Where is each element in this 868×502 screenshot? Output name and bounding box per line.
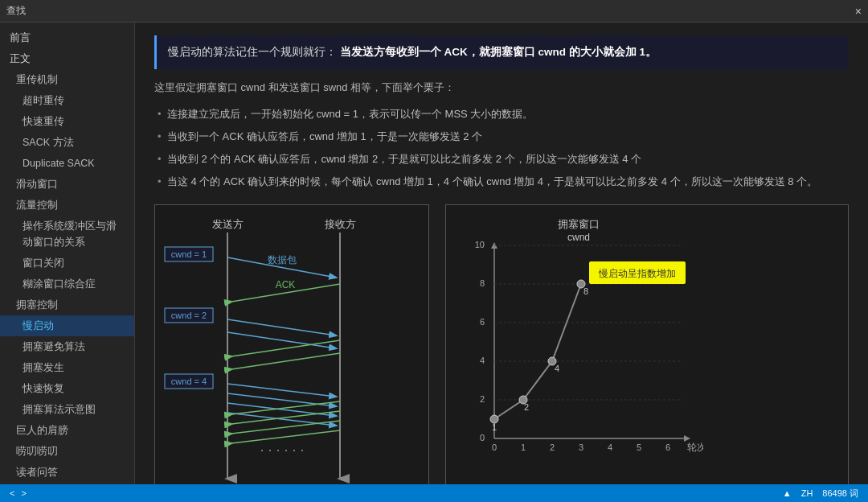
nav-prev[interactable]: < <box>10 488 14 498</box>
svg-text:· · · · · ·: · · · · · · <box>260 442 304 458</box>
sidebar-item[interactable]: 流量控制 <box>0 195 134 216</box>
svg-text:ACK: ACK <box>276 279 296 290</box>
svg-text:1: 1 <box>492 422 497 432</box>
sidebar-item[interactable]: 唠叨唠叨 <box>0 441 134 462</box>
sidebar-item[interactable]: 慢启动 <box>0 315 134 336</box>
svg-text:2: 2 <box>550 442 555 452</box>
diagram-container: 发送方 接收方 <box>154 204 849 484</box>
svg-text:数据包: 数据包 <box>268 254 297 265</box>
sidebar-item[interactable]: 快速重传 <box>0 111 134 132</box>
sidebar-item[interactable]: 糊涂窗口综合症 <box>0 274 134 294</box>
svg-text:4: 4 <box>480 356 485 365</box>
sidebar-item[interactable]: 重传机制 <box>0 69 134 90</box>
svg-text:8: 8 <box>583 286 588 296</box>
sidebar: 前言正文重传机制超时重传快速重传SACK 方法Duplicate SACK滑动窗… <box>0 23 135 484</box>
svg-text:4: 4 <box>608 442 612 452</box>
svg-marker-28 <box>684 435 690 442</box>
close-button[interactable]: × <box>855 5 862 18</box>
sidebar-item[interactable]: 拥塞控制 <box>0 294 134 315</box>
bullet-item: 连接建立完成后，一开始初始化 cwnd = 1，表示可以传一个 MSS 大小的数… <box>154 103 849 126</box>
bottom-nav: < > <box>10 488 27 498</box>
sub-text: 这里假定拥塞窗口 cwnd 和发送窗口 swnd 相等，下面举个栗子： <box>154 80 849 95</box>
sidebar-item[interactable]: 窗口关闭 <box>0 253 134 274</box>
svg-line-20 <box>231 421 340 434</box>
svg-text:cwnd = 4: cwnd = 4 <box>171 376 207 386</box>
svg-text:2: 2 <box>524 402 529 412</box>
chart-title-congestion: 拥塞窗口 <box>558 218 600 230</box>
lang-label: ZH <box>801 488 813 498</box>
nav-next[interactable]: > <box>21 488 26 498</box>
sidebar-item[interactable]: SACK 方法 <box>0 132 134 153</box>
sidebar-item[interactable]: 正文 <box>0 48 134 69</box>
svg-text:3: 3 <box>579 442 583 452</box>
sidebar-item[interactable]: 超时重传 <box>0 90 134 111</box>
sidebar-item[interactable]: Duplicate SACK <box>0 153 134 174</box>
svg-text:0: 0 <box>480 433 485 442</box>
svg-line-10 <box>231 340 340 356</box>
bullet-list: 连接建立完成后，一开始初始化 cwnd = 1，表示可以传一个 MSS 大小的数… <box>154 103 849 193</box>
warning-icon: ▲ <box>783 488 792 498</box>
svg-line-18 <box>231 401 340 414</box>
svg-text:慢启动呈指数增加: 慢启动呈指数增加 <box>598 268 676 279</box>
content-area: 慢启动的算法记住一个规则就行： 当发送方每收到一个 ACK，就拥塞窗口 cwnd… <box>135 23 868 484</box>
svg-line-11 <box>231 353 340 369</box>
svg-text:8: 8 <box>480 278 485 288</box>
sidebar-item[interactable]: 巨人的肩膀 <box>0 420 134 441</box>
sidebar-item[interactable]: 操作系统缓冲区与滑动窗口的关系 <box>0 216 134 253</box>
sidebar-item[interactable]: 读者问答 <box>0 462 134 483</box>
svg-text:cwnd = 2: cwnd = 2 <box>171 311 207 320</box>
sidebar-item[interactable]: 滑动窗口 <box>0 174 134 195</box>
bullet-item: 当收到一个 ACK 确认应答后，cwnd 增加 1，于是一次能够发送 2 个 <box>154 126 849 148</box>
svg-text:5: 5 <box>637 442 641 452</box>
sidebar-item[interactable]: 前言 <box>0 27 134 48</box>
svg-line-8 <box>227 319 336 335</box>
sequence-diagram: 发送方 接收方 <box>154 204 429 484</box>
chart-title-cwnd: cwnd <box>567 232 590 243</box>
svg-line-9 <box>227 332 336 348</box>
top-bar: 查找 × <box>0 0 868 23</box>
bottom-bar: < > ▲ ZH 86498 词 <box>0 484 868 502</box>
svg-text:10: 10 <box>475 240 485 249</box>
svg-line-19 <box>231 411 340 424</box>
sidebar-item[interactable]: 拥塞避免算法 <box>0 336 134 357</box>
rule-prefix: 慢启动的算法记住一个规则就行： <box>168 46 337 58</box>
sequence-svg: 发送方 接收方 <box>163 213 420 484</box>
sidebar-item[interactable]: 拥塞发生 <box>0 357 134 378</box>
bullet-item: 当收到 2 个的 ACK 确认应答后，cwnd 增加 2，于是就可以比之前多发 … <box>154 148 849 171</box>
chart-area: 拥塞窗口 cwnd 0 2 4 6 8 <box>445 204 849 484</box>
rule-text: 当发送方每收到一个 ACK，就拥塞窗口 cwnd 的大小就会加 1。 <box>340 46 657 58</box>
svg-text:2: 2 <box>480 394 485 404</box>
word-count: 86498 词 <box>822 488 858 500</box>
svg-line-14 <box>227 384 336 397</box>
svg-text:6: 6 <box>665 442 670 452</box>
svg-text:1: 1 <box>521 442 526 452</box>
svg-text:轮次: 轮次 <box>687 442 703 453</box>
svg-text:cwnd = 1: cwnd = 1 <box>171 249 207 259</box>
svg-text:6: 6 <box>480 317 485 327</box>
main-layout: 前言正文重传机制超时重传快速重传SACK 方法Duplicate SACK滑动窗… <box>0 23 868 484</box>
rule-box: 慢启动的算法记住一个规则就行： 当发送方每收到一个 ACK，就拥塞窗口 cwnd… <box>154 35 849 69</box>
svg-text:0: 0 <box>492 442 497 452</box>
sidebar-item[interactable]: 快速恢复 <box>0 378 134 399</box>
receiver-label: 接收方 <box>325 218 356 230</box>
sender-label: 发送方 <box>212 218 244 230</box>
svg-text:4: 4 <box>555 364 559 373</box>
top-bar-title: 查找 <box>6 4 855 18</box>
chart-svg: 拥塞窗口 cwnd 0 2 4 6 8 <box>454 213 703 484</box>
bullet-item: 当这 4 个的 ACK 确认到来的时候，每个确认 cwnd 增加 1，4 个确认… <box>154 171 849 193</box>
sidebar-item[interactable]: 拥塞算法示意图 <box>0 399 134 420</box>
